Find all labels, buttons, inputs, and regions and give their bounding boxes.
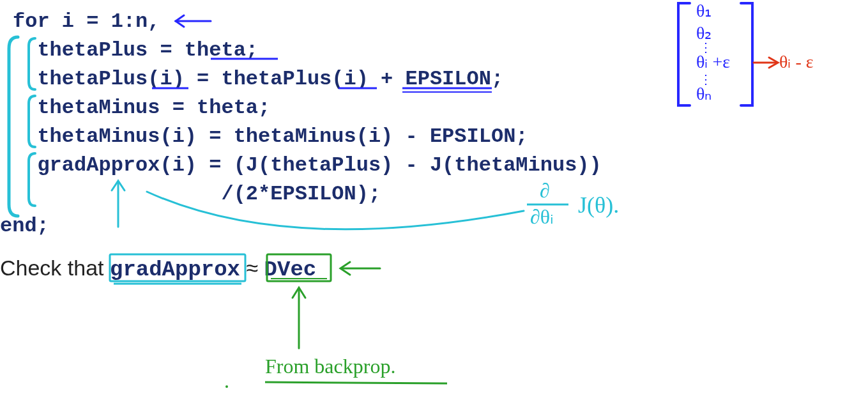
check-prefix: Check that bbox=[0, 256, 110, 280]
check-line: Check that gradApprox ≈ DVec bbox=[0, 256, 316, 282]
code-line-7: /(2*EPSILON); bbox=[13, 182, 381, 206]
approx-symbol: ≈ bbox=[240, 256, 264, 280]
partial-numerator: ∂ bbox=[540, 179, 550, 203]
code-line-1: for i = 1:n, bbox=[13, 10, 160, 33]
vector-theta-1: θ₁ bbox=[696, 0, 712, 21]
stray-dot bbox=[225, 385, 228, 388]
arrow-plus-to-minus-eps bbox=[754, 58, 778, 68]
gradapprox-term: gradApprox bbox=[110, 258, 240, 282]
code-line-2: thetaPlus = theta; bbox=[13, 38, 258, 62]
from-backprop-label: From backprop. bbox=[265, 355, 395, 378]
dvec-term: DVec bbox=[264, 258, 317, 282]
vector-right-bracket bbox=[741, 3, 752, 105]
code-line-4: thetaMinus = theta; bbox=[13, 96, 270, 119]
underline-from-backprop bbox=[265, 382, 447, 383]
code-line-6: gradApprox(i) = (J(thetaPlus) - J(thetaM… bbox=[13, 153, 602, 177]
code-line-3: thetaPlus(i) = thetaPlus(i) + EPSILON; bbox=[13, 67, 503, 91]
partial-denominator: ∂θᵢ bbox=[530, 204, 554, 229]
vector-theta-i: θᵢ +ε bbox=[696, 51, 730, 72]
vector-left-bracket bbox=[678, 3, 690, 105]
code-line-5: thetaMinus(i) = thetaMinus(i) - EPSILON; bbox=[13, 125, 528, 148]
j-of-theta: J(θ). bbox=[578, 192, 619, 219]
arrow-left-to-dvec bbox=[340, 262, 380, 275]
code-line-8: end; bbox=[0, 214, 49, 238]
vector-theta-n: θₙ bbox=[696, 83, 712, 104]
theta-i-minus-eps: θᵢ - ε bbox=[779, 51, 814, 72]
annotation-overlay bbox=[0, 0, 868, 416]
arrow-after-for-loop bbox=[176, 15, 211, 27]
slide-canvas: for i = 1:n, thetaPlus = theta; thetaPlu… bbox=[0, 0, 868, 416]
arrow-up-to-dvec bbox=[293, 288, 305, 348]
